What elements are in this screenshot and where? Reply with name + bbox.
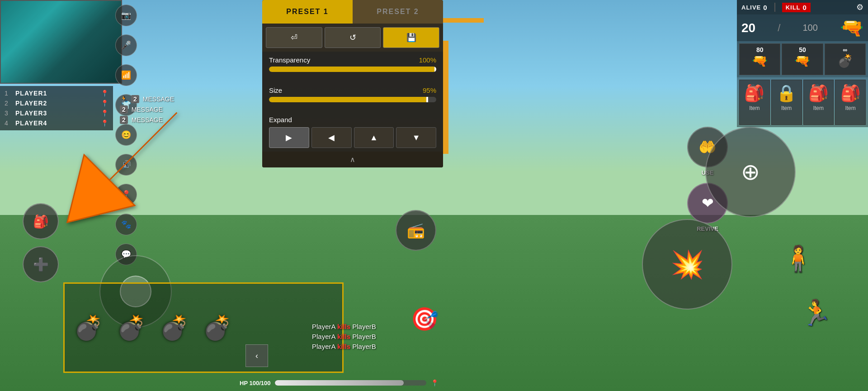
preset-tabs: PRESET 1 PRESET 2	[262, 0, 443, 24]
ammo-current: 20	[741, 21, 755, 35]
preset-2-tab[interactable]: PRESET 2	[353, 0, 443, 24]
item-row-back-button[interactable]: ‹	[245, 344, 268, 367]
size-slider-fill	[269, 97, 428, 102]
stat-divider	[774, 3, 775, 12]
ammo-total: 100	[803, 23, 818, 33]
hp-bar-container: HP 100/100 📍	[240, 379, 439, 386]
kill-player2-2: PlayerB	[352, 333, 376, 340]
stand-pose-button[interactable]: 🧍	[783, 244, 814, 273]
kill-label: KILL	[786, 4, 801, 11]
main-weapon-icon: 🔫	[840, 17, 863, 39]
player-row: 1 PLAYER1 📍	[5, 88, 108, 98]
crouch-pose-button[interactable]: 🏃	[801, 298, 832, 328]
preset-settings-panel: PRESET 1 PRESET 2 ⏎ ↺ 💾 Transparency 100…	[262, 0, 443, 167]
alive-stat: ALIVE 0	[741, 4, 768, 11]
shoot-button[interactable]: 💥	[642, 219, 732, 310]
msg-text-1: MESSAGE	[143, 95, 174, 103]
player-num-1: 1	[5, 90, 12, 97]
item-slot-2[interactable]: 🔒 Item	[771, 80, 802, 125]
weapon-slot-ammo-1: 80	[756, 46, 764, 53]
ui-layer: 📷 🎤 📶 👕 😊 🔊 📍 🐾 💬 1 PLAYER1 📍 2 PLAYER2 …	[0, 0, 868, 391]
alive-label: ALIVE	[741, 4, 761, 11]
msg-count-1: 2	[131, 95, 139, 103]
left-arrow-icon: ◀	[328, 133, 335, 143]
alive-value: 0	[763, 4, 767, 11]
size-label-row: Size 95%	[269, 86, 436, 94]
kill-row-1: PlayerA kills PlayerB	[312, 323, 376, 330]
transparency-label: Transparency	[269, 56, 310, 64]
reset-button[interactable]: ↺	[325, 27, 381, 48]
expand-down-button[interactable]: ▼	[396, 127, 436, 148]
import-icon: ⏎	[291, 33, 297, 43]
preset-1-tab[interactable]: PRESET 1	[262, 0, 353, 24]
kill-row-3: PlayerA kills PlayerB	[312, 343, 376, 350]
import-button[interactable]: ⏎	[266, 27, 322, 48]
item-label-3: Item	[813, 105, 824, 111]
panel-chevron[interactable]: ∧	[262, 152, 443, 167]
radio-button[interactable]: 📻	[396, 210, 436, 251]
hp-label: HP 100/100	[240, 380, 270, 386]
kill-action-2: kills	[337, 333, 350, 340]
aim-button[interactable]: ⊕	[705, 127, 796, 217]
grenade-slot-2[interactable]: 💣	[117, 314, 146, 342]
item-slot-4[interactable]: 🎒 Item	[835, 80, 866, 125]
preset-1-label: PRESET 1	[286, 8, 328, 16]
svg-marker-0	[67, 113, 177, 223]
right-ui-panel: ALIVE 0 KILL 0 ⚙ 20 / 100 🔫 80 🔫 50	[737, 0, 868, 127]
orange-arrow-indicator	[59, 104, 185, 231]
medkit-button[interactable]: ➕	[23, 246, 59, 282]
minimap[interactable]	[0, 0, 122, 84]
expand-play-button[interactable]: ▶	[269, 127, 309, 148]
down-arrow-icon: ▼	[412, 133, 420, 143]
weapon-slot-1[interactable]: 80 🔫	[739, 43, 780, 75]
item-slot-1[interactable]: 🎒 Item	[739, 80, 770, 125]
hp-pin-icon: 📍	[431, 379, 439, 386]
weapon-slots: 80 🔫 50 🔫 ∞ 💣	[737, 41, 868, 77]
transparency-label-row: Transparency 100%	[269, 56, 436, 64]
mic-icon[interactable]: 🎤	[115, 34, 137, 56]
item-icon-4: 🎒	[840, 84, 861, 103]
transparency-value: 100%	[419, 56, 436, 64]
player-num-3: 3	[5, 110, 12, 117]
kill-stat: KILL 0	[782, 3, 811, 12]
weapon-slot-icon-1: 🔫	[752, 53, 768, 68]
transparency-slider-fill	[269, 67, 436, 72]
save-button[interactable]: 💾	[383, 27, 439, 48]
kill-action-3: kills	[337, 343, 350, 350]
weapon-slot-3[interactable]: ∞ 💣	[825, 43, 866, 75]
grenade-slot-1[interactable]: 💣	[74, 314, 103, 342]
camera-icon[interactable]: 📷	[115, 5, 137, 26]
chevron-up-icon: ∧	[350, 155, 355, 164]
bullet-icon: 💥	[670, 248, 704, 281]
expand-left-button[interactable]: ◀	[311, 127, 352, 148]
save-icon: 💾	[406, 33, 416, 43]
hp-bar-fill	[275, 380, 403, 386]
size-value: 95%	[423, 86, 436, 94]
item-label-2: Item	[781, 105, 792, 111]
size-slider-bg[interactable]	[269, 97, 436, 102]
grenade-slot-3[interactable]: 💣	[160, 314, 189, 342]
expand-up-button[interactable]: ▲	[354, 127, 394, 148]
prone-shoot-button[interactable]: 🎯	[410, 306, 439, 332]
preset-control-buttons: ⏎ ↺ 💾	[262, 24, 443, 52]
ammo-separator: /	[778, 22, 780, 34]
expand-section: Expand ▶ ◀ ▲ ▼	[262, 112, 443, 152]
weapon-slot-2[interactable]: 50 🔫	[782, 43, 823, 75]
player-name-1: PLAYER1	[15, 90, 97, 97]
kill-action-1: kills	[337, 323, 350, 330]
grenade-icon-3: 💣	[160, 314, 189, 342]
transparency-setting: Transparency 100%	[262, 52, 443, 82]
message-icon-1: 🏃	[120, 95, 127, 103]
backpack-button[interactable]: 🎒	[23, 203, 59, 239]
grenade-slot-4[interactable]: 💣	[203, 314, 232, 342]
weapon-slot-ammo-2: 50	[799, 46, 806, 53]
hp-bar-background	[275, 380, 426, 386]
wifi-icon: 📶	[115, 64, 137, 86]
grenade-icon-2: 💣	[117, 314, 146, 342]
size-label: Size	[269, 86, 282, 94]
kill-value: 0	[803, 4, 807, 11]
player-num-2: 2	[5, 100, 12, 107]
settings-gear-button[interactable]: ⚙	[856, 2, 863, 12]
transparency-slider-bg[interactable]	[269, 67, 436, 72]
item-slot-3[interactable]: 🎒 Item	[803, 80, 834, 125]
